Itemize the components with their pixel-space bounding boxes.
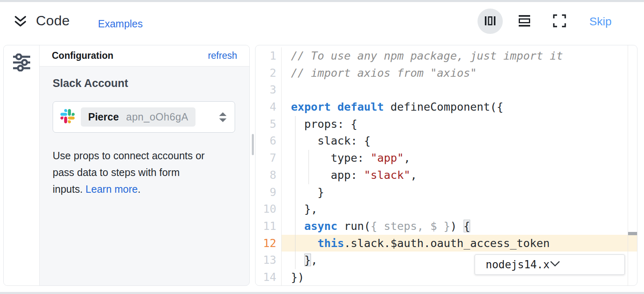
editor-scrollbar-marker[interactable] [628,232,637,235]
learn-more-link[interactable]: Learn more [86,183,138,195]
code-text: // To use any npm package, just import i… [282,47,637,65]
code-line-7[interactable]: 7 type: "app", [255,149,637,167]
line-number: 13 [255,252,282,269]
line-number: 1 [255,47,282,65]
line-number: 10 [255,200,282,218]
line-number: 9 [255,184,282,201]
code-text: }, [282,200,637,218]
description-suffix: . [138,183,140,195]
account-token: apn_oOh6gA [126,111,188,123]
runtime-label: nodejs14.x [486,258,550,271]
line-number: 11 [255,218,282,235]
indent-guide [309,150,309,184]
code-text: slack: { [282,132,637,149]
line-number: 8 [255,167,282,184]
slack-account-select[interactable]: Pierce apn_oOh6gA [53,101,235,133]
props-description: Use props to connect accounts or pass da… [53,147,236,198]
runtime-select[interactable]: nodejs14.x [475,254,625,275]
line-number: 2 [255,65,282,82]
code-line-1[interactable]: 1// To use any npm package, just import … [255,47,637,65]
line-number: 14 [255,269,282,286]
code-text: app: "slack", [282,167,637,184]
slack-account-heading: Slack Account [53,77,236,90]
configuration-panel: Configuration refresh Slack Account Pier… [3,45,250,286]
columns-layout-button[interactable] [477,9,503,34]
code-line-8[interactable]: 8 app: "slack", [255,167,637,184]
sliders-icon[interactable] [12,53,31,73]
code-line-10[interactable]: 10 }, [255,200,637,218]
code-text [282,81,637,98]
config-scrollbar-thumb[interactable] [252,134,254,155]
fullscreen-icon [553,14,566,29]
examples-link[interactable]: Examples [98,18,143,30]
columns-layout-icon [485,16,495,27]
bottom-edge-strip [0,292,644,294]
code-line-9[interactable]: 9 } [255,184,637,201]
slack-logo-icon [60,109,75,125]
code-text: async run({ steps, $ }) { [282,218,637,235]
configuration-title: Configuration [52,50,113,61]
line-number: 12 [255,235,282,252]
fullscreen-button[interactable] [553,15,566,28]
code-line-12[interactable]: 12 this.slack.$auth.oauth_access_token [255,235,637,252]
code-text: type: "app", [282,149,637,167]
line-number: 4 [255,98,282,116]
code-line-4[interactable]: 4export default defineComponent({ [255,98,637,116]
code-line-5[interactable]: 5 props: { [255,116,637,133]
double-chevron-down-icon [13,23,27,29]
select-arrows-icon [218,112,227,122]
refresh-link[interactable]: refresh [208,50,237,61]
configuration-body: Slack Account Pierce apn_oOh6gA [40,67,249,285]
editor-scroll-track [628,45,628,285]
collapse-step-button[interactable] [13,15,27,28]
configuration-rail [4,45,40,285]
skip-link[interactable]: Skip [589,15,611,28]
page-title: Code [36,13,70,29]
top-edge-strip [0,0,644,2]
rows-layout-icon [518,15,531,28]
code-text: // import axios from "axios" [282,65,637,82]
indent-guide [295,116,295,269]
code-text: export default defineComponent({ [282,98,637,116]
selected-account: Pierce apn_oOh6gA [81,107,195,127]
code-line-11[interactable]: 11 async run({ steps, $ }) { [255,218,637,235]
line-number: 6 [255,132,282,149]
code-line-3[interactable]: 3 [255,81,637,98]
line-number: 5 [255,116,282,133]
line-number: 3 [255,81,282,98]
account-name: Pierce [88,111,119,123]
code-text: props: { [282,116,637,133]
code-editor[interactable]: 1// To use any npm package, just import … [255,45,637,286]
code-text: } [282,184,637,201]
configuration-header: Configuration refresh [40,45,249,67]
rows-layout-button[interactable] [515,16,533,27]
code-lines: 1// To use any npm package, just import … [255,45,637,286]
chevron-down-icon [550,261,560,269]
line-number: 7 [255,149,282,167]
code-line-2[interactable]: 2// import axios from "axios" [255,65,637,82]
code-text: this.slack.$auth.oauth_access_token [282,235,637,252]
code-line-6[interactable]: 6 slack: { [255,132,637,149]
